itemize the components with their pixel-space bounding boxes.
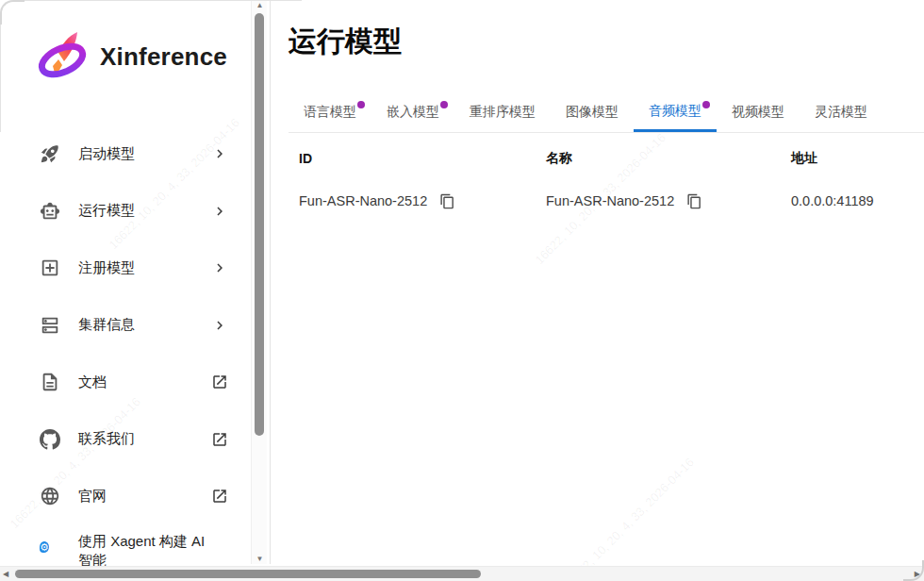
robot-icon bbox=[40, 201, 60, 222]
chevron-right-icon bbox=[211, 317, 228, 334]
column-header-id: ID bbox=[289, 151, 536, 166]
tab-label: 图像模型 bbox=[566, 104, 619, 121]
sidebar-item-running-models[interactable]: 运行模型 bbox=[0, 183, 251, 241]
tab-flexible-models[interactable]: 灵活模型 bbox=[800, 92, 883, 132]
window-border bbox=[19, 0, 302, 1]
tab-embedding-models[interactable]: 嵌入模型 bbox=[371, 92, 454, 132]
sidebar-item-label: 官网 bbox=[78, 488, 211, 506]
xinference-logo-icon bbox=[32, 26, 92, 87]
tab-image-models[interactable]: 图像模型 bbox=[551, 92, 634, 132]
sidebar-item-label: 启动模型 bbox=[78, 145, 211, 163]
new-badge-dot bbox=[357, 101, 365, 108]
column-header-address: 地址 bbox=[781, 150, 924, 167]
app-logo: Xinference bbox=[32, 26, 227, 87]
table-header-row: ID 名称 地址 bbox=[289, 141, 924, 175]
model-id-text: Fun-ASR-Nano-2512 bbox=[299, 193, 427, 208]
add-box-icon bbox=[40, 257, 60, 278]
sidebar-item-label: 运行模型 bbox=[78, 202, 211, 220]
tab-label: 灵活模型 bbox=[815, 104, 867, 121]
model-type-tabs: 语言模型 嵌入模型 重排序模型 图像模型 音频模型 视频模型 灵活模型 bbox=[289, 92, 924, 133]
scroll-down-icon[interactable]: ▼ bbox=[252, 555, 268, 563]
model-id-cell: Fun-ASR-Nano-2512 bbox=[289, 193, 536, 209]
scroll-up-icon[interactable]: ▲ bbox=[252, 1, 268, 9]
running-models-table: ID 名称 地址 Fun-ASR-Nano-2512 Fun-ASR-Nano-… bbox=[289, 141, 924, 226]
window-border bbox=[0, 19, 1, 132]
table-row: Fun-ASR-Nano-2512 Fun-ASR-Nano-2512 0.0.… bbox=[289, 175, 924, 226]
document-icon bbox=[40, 372, 60, 392]
chevron-right-icon bbox=[211, 145, 228, 162]
scroll-right-icon[interactable]: ▶ bbox=[915, 567, 920, 581]
model-name-text: Fun-ASR-Nano-2512 bbox=[546, 193, 674, 208]
app-title: Xinference bbox=[100, 42, 227, 72]
model-address-cell: 0.0.0.0:41189 bbox=[781, 193, 924, 208]
model-name-cell: Fun-ASR-Nano-2512 bbox=[536, 193, 781, 209]
chevron-right-icon bbox=[211, 203, 228, 220]
horizontal-scrollbar[interactable]: ◀ ▶ bbox=[0, 566, 924, 581]
sidebar-item-label: 联系我们 bbox=[78, 430, 211, 448]
tab-audio-models[interactable]: 音频模型 bbox=[634, 92, 717, 132]
tab-label: 音频模型 bbox=[649, 103, 701, 120]
tab-label: 语言模型 bbox=[304, 104, 356, 121]
model-address-text: 0.0.0.0:41189 bbox=[791, 193, 874, 208]
xagent-chat-gear-icon: ⚙ bbox=[40, 538, 60, 558]
sidebar-item-docs[interactable]: 文档 bbox=[0, 354, 251, 411]
main-content: 运行模型 语言模型 嵌入模型 重排序模型 图像模型 音频模型 视频模型 bbox=[272, 0, 924, 566]
sidebar-item-label: 注册模型 bbox=[78, 259, 211, 277]
new-badge-dot bbox=[440, 101, 448, 108]
column-header-name: 名称 bbox=[536, 150, 781, 167]
scroll-left-icon[interactable]: ◀ bbox=[3, 567, 8, 581]
tab-label: 重排序模型 bbox=[470, 104, 536, 121]
rocket-icon bbox=[40, 143, 60, 164]
horizontal-scrollbar-thumb[interactable] bbox=[15, 570, 481, 578]
cluster-icon bbox=[40, 315, 60, 336]
external-link-icon bbox=[211, 374, 228, 390]
sidebar: Xinference 启动模型 运行模型 bbox=[0, 0, 271, 564]
github-icon bbox=[40, 429, 60, 450]
sidebar-item-contact[interactable]: 联系我们 bbox=[0, 411, 251, 469]
external-link-icon bbox=[211, 488, 228, 505]
copy-icon bbox=[439, 193, 455, 209]
tab-video-models[interactable]: 视频模型 bbox=[717, 92, 800, 132]
new-badge-dot bbox=[702, 101, 710, 108]
globe-icon bbox=[40, 486, 60, 506]
tab-language-models[interactable]: 语言模型 bbox=[289, 92, 371, 132]
tab-label: 视频模型 bbox=[732, 104, 784, 121]
external-link-icon bbox=[211, 431, 228, 448]
copy-id-button[interactable] bbox=[439, 193, 455, 209]
copy-icon bbox=[686, 193, 702, 209]
sidebar-item-launch-model[interactable]: 启动模型 bbox=[0, 125, 251, 183]
sidebar-item-label: 文档 bbox=[78, 374, 211, 391]
sidebar-scrollbar[interactable]: ▲ ▼ bbox=[251, 0, 267, 564]
tab-rerank-models[interactable]: 重排序模型 bbox=[454, 92, 551, 132]
copy-name-button[interactable] bbox=[686, 193, 702, 209]
sidebar-scrollbar-thumb[interactable] bbox=[255, 13, 264, 436]
sidebar-item-cluster-info[interactable]: 集群信息 bbox=[0, 297, 251, 355]
sidebar-nav: 启动模型 运行模型 注册模型 bbox=[0, 125, 251, 581]
app-window: 16622, 10, 20, 4, 33, 2026-04-16 16622, … bbox=[0, 0, 924, 581]
tab-label: 嵌入模型 bbox=[387, 104, 439, 121]
sidebar-item-website[interactable]: 官网 bbox=[0, 468, 251, 525]
sidebar-item-register-model[interactable]: 注册模型 bbox=[0, 240, 251, 297]
sidebar-item-label: 使用 Xagent 构建 AI 智能 bbox=[78, 532, 211, 570]
sidebar-item-label: 集群信息 bbox=[78, 316, 211, 334]
chevron-right-icon bbox=[211, 259, 228, 276]
page-title: 运行模型 bbox=[289, 23, 402, 61]
